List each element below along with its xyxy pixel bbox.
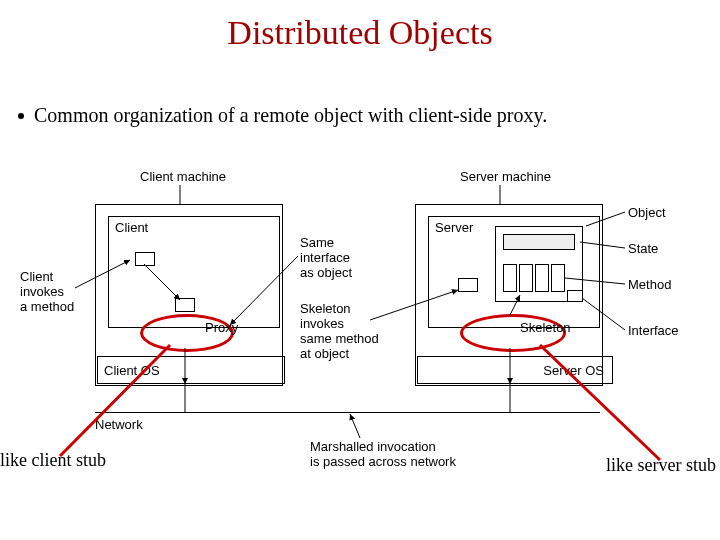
page-title: Distributed Objects [0, 0, 720, 52]
bullet-text: Common organization of a remote object w… [34, 104, 547, 126]
client-inner-rect-2 [175, 298, 195, 312]
label-same-interface: Same interface as object [300, 236, 352, 281]
label-network: Network [95, 418, 143, 433]
server-os-box: Server OS [417, 356, 613, 384]
label-object: Object [628, 206, 666, 221]
label-skeleton: Skeleton [520, 321, 571, 336]
server-inner-rect-1 [458, 278, 478, 292]
label-method: Method [628, 278, 671, 293]
method-slot-4 [551, 264, 565, 292]
label-skeleton-invokes: Skeleton invokes same method at object [300, 302, 379, 362]
diagram-area: Client machine Server machine Client Pro… [20, 160, 700, 480]
server-box-label: Server [435, 220, 473, 235]
client-os-label: Client OS [104, 363, 160, 378]
svg-line-15 [350, 414, 360, 438]
annotation-like-server-stub: like server stub [606, 455, 716, 476]
network-line [95, 412, 600, 413]
label-client-machine: Client machine [140, 170, 226, 185]
server-os-label: Server OS [543, 363, 604, 378]
client-os-box: Client OS [97, 356, 285, 384]
interface-notch [567, 290, 583, 302]
label-server-machine: Server machine [460, 170, 551, 185]
label-interface: Interface [628, 324, 679, 339]
method-slot-3 [535, 264, 549, 292]
bullet-line: Common organization of a remote object w… [18, 104, 547, 127]
label-marshalled: Marshalled invocation is passed across n… [310, 440, 456, 470]
state-bar [503, 234, 575, 250]
label-state: State [628, 242, 658, 257]
client-box-label: Client [115, 220, 148, 235]
method-slot-1 [503, 264, 517, 292]
annotation-like-client-stub: like client stub [0, 450, 106, 471]
method-slot-2 [519, 264, 533, 292]
client-inner-rect-1 [135, 252, 155, 266]
bullet-dot-icon [18, 113, 24, 119]
label-proxy: Proxy [205, 321, 238, 336]
label-client-invokes: Client invokes a method [20, 270, 74, 315]
